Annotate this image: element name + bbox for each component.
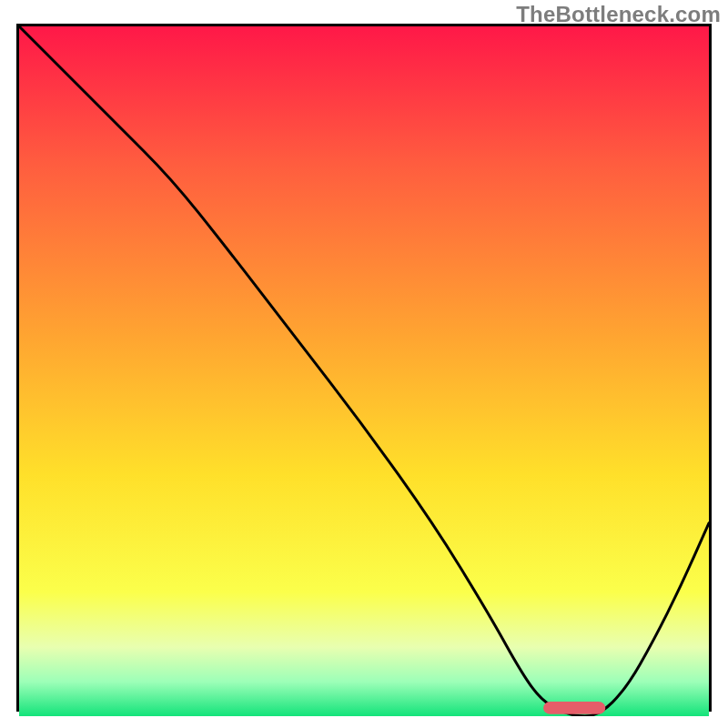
optimal-marker	[543, 702, 605, 714]
chart-frame: TheBottleneck.com	[0, 0, 728, 728]
plot-area	[19, 26, 709, 716]
plot-border	[16, 24, 712, 712]
